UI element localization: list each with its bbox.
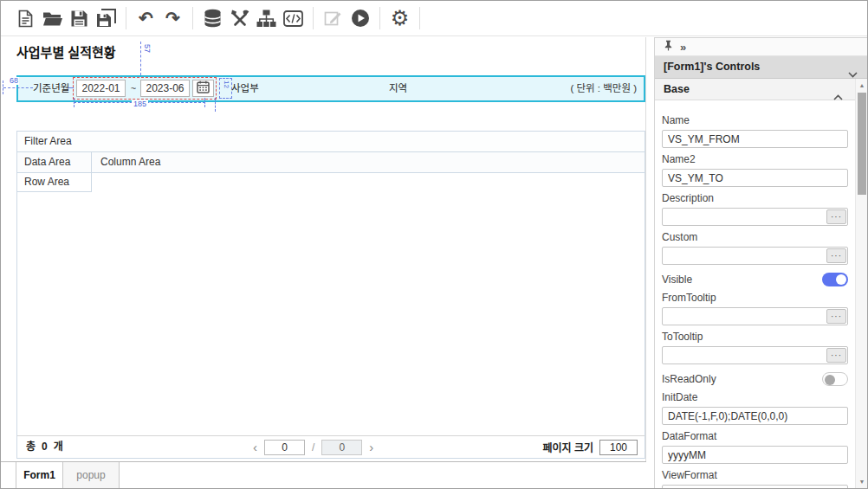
prop-input-initdate[interactable] [662,407,848,425]
data-area-cell[interactable]: Data Area [17,152,92,172]
save-button[interactable] [66,5,93,31]
pin-icon[interactable] [664,39,673,55]
guide-right-gap-label: 12 [223,80,230,88]
guide-width-label: 185 [132,100,148,108]
guide-line [3,87,33,88]
prop-input-name[interactable] [662,130,848,148]
prop-label-viewformat: ViewFormat [662,469,848,481]
pivot-grid: Filter Area Data Area Column Area Row Ar… [16,131,645,459]
save-all-button[interactable] [93,5,120,31]
prop-input-fromtooltip[interactable] [662,307,848,325]
prev-page-button[interactable]: ‹ [253,441,257,454]
current-page-input[interactable] [264,440,305,455]
open-file-button[interactable] [39,5,66,31]
scrollbar-thumb[interactable] [858,93,866,195]
prop-row-visible: Visible [662,273,848,286]
row-area-cell[interactable]: Row Area [17,173,92,192]
toggle-isreadonly[interactable] [822,372,848,386]
properties-panel: » [Form1]'s Controls Base NameName2Descr… [654,37,868,488]
save-icon [70,10,88,28]
tools-button[interactable] [226,5,253,31]
prop-row-isreadonly: IsReadOnly [662,372,848,386]
prop-label-name: Name [662,114,848,126]
period-label: 기준년월 [31,77,71,100]
panel-pin-bar: » [655,38,868,56]
filter-area-cell[interactable]: Filter Area [17,132,645,152]
guide-line [68,87,74,88]
next-page-button[interactable]: › [369,441,373,454]
redo-button[interactable]: ↷ [159,5,186,31]
prop-input-row-custom: ··· [662,247,848,265]
guide-tick [3,80,3,94]
total-count-value: 0 [42,441,48,453]
grid-header-row: Data Area Column Area [17,152,645,173]
prop-input-row-fromtooltip: ··· [662,307,848,325]
prop-label-custom: Custom [662,231,848,243]
prop-label-fromtooltip: FromTooltip [662,292,848,304]
prop-label-dataformat: DataFormat [662,430,848,442]
scroll-up-icon[interactable]: ▲ [856,79,868,92]
section-base-header[interactable]: Base [655,79,855,100]
scroll-down-icon[interactable]: ▼ [856,475,868,488]
code-icon [283,10,303,27]
undo-button[interactable]: ↶ [133,5,159,31]
code-button[interactable] [280,5,307,31]
new-file-button[interactable] [12,5,39,31]
prop-input-description[interactable] [662,208,848,226]
ellipsis-button-fromtooltip[interactable]: ··· [826,309,846,324]
panel-scrollbar[interactable]: ▲ ▼ [855,79,868,488]
prop-input-custom[interactable] [662,247,848,265]
save-all-icon [96,9,116,28]
controls-header-label: [Form1]'s Controls [664,61,760,73]
settings-icon: ⚙ [391,8,410,29]
app-window: ↶↷⚙ 사업부별 실적현황 기준년월 ~ 12 사업부 지역 ( 단위 : 백만… [0,0,868,489]
toolbar-separator [379,7,380,29]
toolbar: ↶↷⚙ [1,1,867,36]
tab-popup[interactable]: popup [63,462,120,488]
prop-input-row-dataformat [662,446,848,464]
sitemap-icon [256,10,276,28]
data-area-label: Data Area [24,156,70,168]
canvas-divider [645,37,646,461]
toolbar-separator [313,7,314,29]
prop-label-initdate: InitDate [662,391,848,403]
prop-label-name2: Name2 [662,153,848,165]
pagination: ‹ / › [253,436,373,458]
ellipsis-button-custom[interactable]: ··· [826,248,846,263]
selection-outline-red [73,77,217,100]
page-divider: / [312,441,314,454]
prop-input-row-description: ··· [662,208,848,226]
property-list: NameName2Description···Custom···VisibleF… [655,100,855,488]
toolbar-separator [192,7,193,29]
ellipsis-button-totooltip[interactable]: ··· [826,348,846,363]
page-size-control: 페이지 크기 [542,436,638,458]
sitemap-button[interactable] [253,5,280,31]
run-button[interactable] [347,5,373,31]
prop-label-visible: Visible [662,273,692,286]
toggle-visible[interactable] [822,273,848,286]
database-button[interactable] [199,5,226,31]
prop-input-row-viewformat [662,485,848,488]
filter-bar: 기준년월 ~ 12 사업부 지역 ( 단위 : 백만원 ) [16,75,645,102]
controls-header[interactable]: [Form1]'s Controls [655,56,868,79]
prop-input-totooltip[interactable] [662,346,848,364]
grid-footer: 총0개 ‹ / › 페이지 크기 [17,435,645,458]
prop-input-viewformat[interactable] [662,485,848,488]
ellipsis-button-description[interactable]: ··· [826,209,846,224]
prop-input-dataformat[interactable] [662,446,848,464]
toggle-knob [825,375,835,385]
guide-left-offset-label: 68 [9,77,19,85]
new-file-icon [17,10,34,28]
column-area-cell[interactable]: Column Area [92,152,645,172]
prop-input-row-name [662,130,848,148]
prop-input-name2[interactable] [662,169,848,187]
open-file-icon [42,10,62,27]
prop-label-totooltip: ToTooltip [662,331,848,343]
page-size-input[interactable] [599,440,638,455]
collapse-panel-icon[interactable]: » [680,42,686,53]
settings-button[interactable]: ⚙ [386,5,413,31]
region-label: 지역 [389,77,407,100]
tab-form1[interactable]: Form1 [16,462,63,488]
toolbar-separator [419,7,420,29]
section-base-label: Base [664,83,690,95]
